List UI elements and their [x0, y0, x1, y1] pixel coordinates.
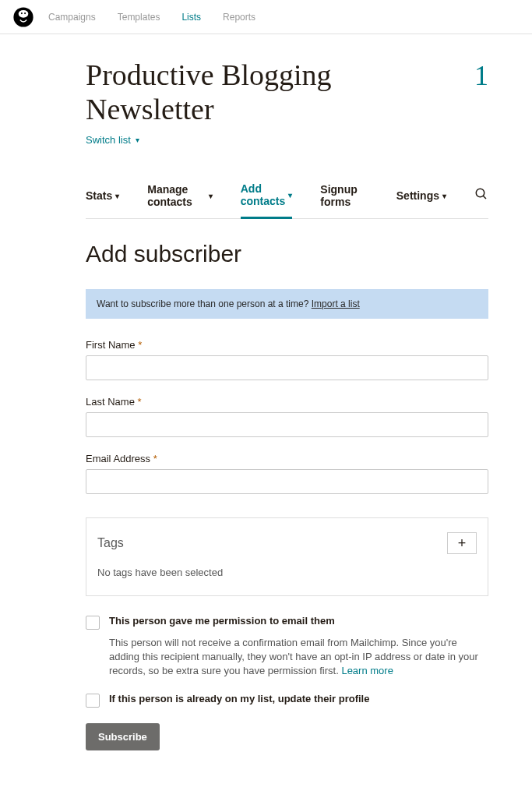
- first-name-label: First Name *: [86, 339, 488, 351]
- tags-section: Tags + No tags have been selected: [86, 517, 488, 596]
- update-profile-checkbox[interactable]: [86, 694, 100, 708]
- import-list-link[interactable]: Import a list: [312, 298, 360, 309]
- first-name-input[interactable]: [86, 355, 488, 380]
- tab-settings[interactable]: Settings▾: [396, 180, 446, 211]
- svg-point-2: [21, 12, 23, 14]
- chevron-down-icon: ▾: [288, 191, 292, 200]
- nav-templates[interactable]: Templates: [118, 12, 160, 23]
- page-title: Productive Blogging Newsletter 1: [86, 58, 488, 126]
- tab-stats[interactable]: Stats▾: [86, 180, 119, 211]
- chevron-down-icon: ▾: [136, 136, 139, 144]
- email-label: Email Address *: [86, 453, 488, 464]
- section-heading: Add subscriber: [86, 241, 488, 267]
- chevron-down-icon: ▾: [115, 192, 119, 200]
- subscribe-button[interactable]: Subscribe: [86, 723, 160, 750]
- list-tabs: Stats▾ Manage contacts▾ Add contacts▾ Si…: [86, 173, 488, 219]
- permission-checkbox[interactable]: [86, 616, 100, 630]
- chevron-down-icon: ▾: [209, 192, 213, 200]
- tags-title: Tags: [97, 536, 124, 550]
- search-icon[interactable]: [474, 187, 488, 205]
- nav-campaigns[interactable]: Campaigns: [48, 12, 96, 23]
- chevron-down-icon: ▾: [442, 192, 446, 200]
- svg-point-4: [476, 189, 484, 197]
- subscriber-count: 1: [474, 59, 488, 92]
- import-notice: Want to subscribe more than one person a…: [86, 289, 488, 319]
- add-tag-button[interactable]: +: [447, 532, 477, 554]
- svg-line-5: [483, 196, 486, 199]
- permission-description: This person will not receive a confirmat…: [109, 636, 488, 679]
- tab-add-contacts[interactable]: Add contacts▾: [241, 173, 293, 219]
- switch-list-link[interactable]: Switch list ▾: [86, 134, 139, 146]
- tab-manage-contacts[interactable]: Manage contacts▾: [147, 174, 213, 217]
- footer: mailchimp ©2001–2018 Mailchimp® All righ…: [0, 782, 532, 798]
- mailchimp-logo-icon: [12, 6, 34, 28]
- last-name-input[interactable]: [86, 412, 488, 437]
- last-name-label: Last Name *: [86, 396, 488, 408]
- tab-signup-forms[interactable]: Signup forms: [320, 174, 368, 217]
- tags-empty-text: No tags have been selected: [97, 567, 477, 578]
- permission-label: This person gave me permission to email …: [109, 615, 335, 627]
- svg-point-1: [19, 9, 29, 17]
- update-profile-label: If this person is already on my list, up…: [109, 693, 369, 704]
- learn-more-link[interactable]: Learn more: [341, 665, 393, 676]
- nav-reports[interactable]: Reports: [223, 12, 255, 23]
- email-input[interactable]: [86, 469, 488, 494]
- top-navigation: Campaigns Templates Lists Reports: [0, 0, 532, 34]
- svg-point-3: [24, 12, 26, 14]
- nav-lists[interactable]: Lists: [181, 12, 201, 23]
